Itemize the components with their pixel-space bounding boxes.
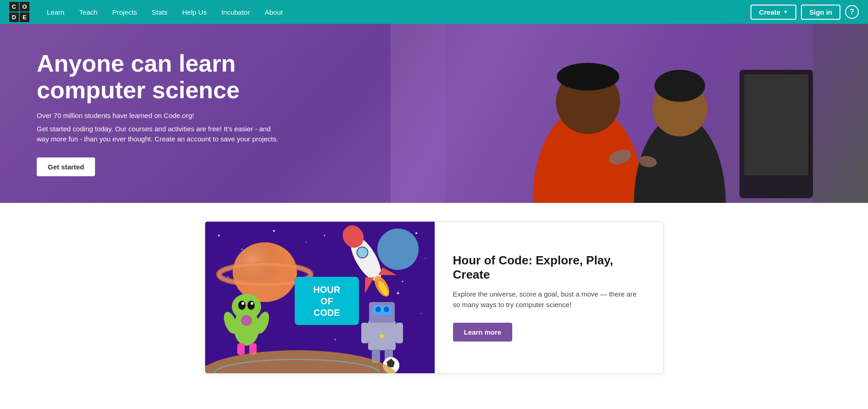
signin-button[interactable]: Sign in (801, 5, 840, 20)
svg-text:HOUR: HOUR (313, 285, 340, 295)
nav-right: Create ▼ Sign in ? (750, 5, 859, 20)
svg-text:★: ★ (378, 331, 386, 341)
nav-item-helpus[interactable]: Help Us (176, 6, 213, 19)
nav-item-incubator[interactable]: Incubator (215, 6, 257, 19)
svg-point-51 (241, 302, 244, 305)
svg-point-22 (402, 281, 403, 282)
logo-cell-o: O (20, 2, 29, 11)
hero-photo-background (391, 24, 868, 203)
hour-of-code-image: ✦ ✦ ✦ (205, 222, 435, 373)
svg-point-53 (241, 315, 252, 326)
svg-point-34 (377, 229, 419, 270)
svg-point-13 (241, 249, 242, 250)
get-started-button[interactable]: Get started (37, 157, 95, 176)
svg-point-49 (238, 301, 246, 310)
hero-title: Anyone can learn computer science (37, 50, 285, 103)
svg-text:✦: ✦ (334, 338, 337, 342)
svg-point-6 (655, 70, 705, 102)
create-label: Create (759, 8, 780, 16)
hero-illustration (391, 24, 868, 203)
nav-item-about[interactable]: About (258, 6, 289, 19)
card-body: Hour of Code: Explore, Play, Create Expl… (435, 222, 663, 373)
svg-point-18 (415, 232, 417, 234)
space-scene-svg: ✦ ✦ ✦ (205, 222, 435, 373)
svg-point-30 (233, 242, 297, 302)
logo-cell-d: D (9, 12, 19, 22)
svg-point-23 (420, 313, 421, 314)
svg-point-12 (218, 235, 220, 236)
navbar: C O D E Learn Teach Projects Stats Help … (0, 0, 868, 24)
learn-more-button[interactable]: Learn more (453, 323, 513, 342)
card-title: Hour of Code: Explore, Play, Create (453, 253, 645, 282)
svg-text:OF: OF (320, 296, 333, 306)
svg-rect-56 (237, 343, 245, 355)
svg-rect-8 (744, 74, 808, 175)
hero-subtitle: Over 70 million students have learned on… (37, 112, 285, 119)
svg-point-50 (247, 301, 255, 310)
svg-point-52 (251, 302, 253, 305)
svg-rect-65 (396, 323, 403, 343)
nav-item-learn[interactable]: Learn (40, 6, 71, 19)
hero-description: Get started coding today. Our courses an… (37, 124, 285, 145)
svg-rect-64 (361, 323, 369, 343)
card-description: Explore the universe, score a goal, bust… (453, 289, 645, 310)
create-button[interactable]: Create ▼ (750, 5, 796, 20)
svg-point-25 (324, 235, 325, 236)
svg-point-62 (384, 307, 389, 312)
svg-point-15 (306, 242, 307, 243)
logo-cell-c: C (9, 2, 19, 11)
svg-text:✦: ✦ (396, 290, 400, 297)
nav-item-projects[interactable]: Projects (106, 6, 143, 19)
main-content: ✦ ✦ ✦ (0, 203, 868, 392)
svg-point-61 (375, 307, 381, 312)
svg-text:CODE: CODE (314, 308, 340, 318)
nav-links: Learn Teach Projects Stats Help Us Incub… (40, 6, 750, 19)
feature-card: ✦ ✦ ✦ (205, 221, 664, 374)
svg-point-19 (425, 258, 426, 259)
svg-point-20 (227, 276, 229, 278)
hero-section: Anyone can learn computer science Over 7… (0, 24, 868, 203)
hero-image (391, 24, 868, 203)
logo[interactable]: C O D E (9, 2, 29, 22)
nav-item-stats[interactable]: Stats (146, 6, 174, 19)
logo-cell-e: E (20, 12, 29, 22)
nav-item-teach[interactable]: Teach (73, 6, 104, 19)
create-dropdown-arrow: ▼ (783, 9, 788, 15)
svg-point-14 (273, 230, 275, 232)
hero-content: Anyone can learn computer science Over 7… (0, 28, 321, 199)
help-button[interactable]: ? (845, 5, 859, 19)
svg-point-3 (557, 63, 619, 90)
